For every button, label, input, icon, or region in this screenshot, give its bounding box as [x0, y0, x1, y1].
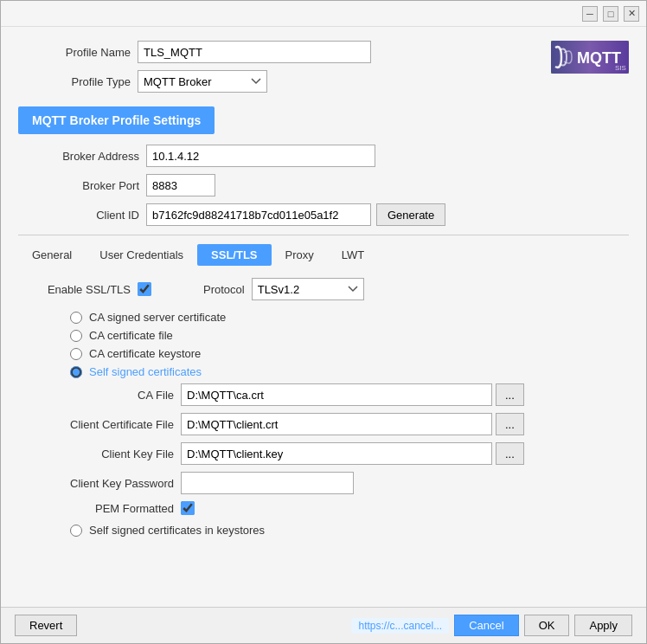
radio-ca-cert-keystore-label: CA certificate keystore	[89, 347, 201, 360]
tab-lwt[interactable]: LWT	[328, 244, 378, 266]
broker-port-input[interactable]	[146, 174, 215, 196]
pem-checkbox[interactable]	[181, 501, 195, 515]
broker-port-row: Broker Port	[27, 174, 629, 196]
client-key-pass-row: Client Key Password	[18, 472, 629, 494]
title-bar: ─ □ ✕	[1, 1, 646, 27]
tab-general[interactable]: General	[18, 244, 86, 266]
ok-button[interactable]: OK	[524, 615, 570, 636]
client-id-label: Client ID	[27, 209, 139, 222]
main-window: ─ □ ✕ Profile Name Profile Type MQTT Bro…	[0, 0, 647, 644]
minimize-button[interactable]: ─	[582, 6, 598, 22]
radio-ca-cert-file-input[interactable]	[70, 330, 82, 342]
client-key-row: Client Key File ...	[18, 442, 629, 465]
ssl-radio-group: CA signed server certificate CA certific…	[70, 311, 629, 378]
profile-type-row: Profile Type MQTT Broker MQTT Client	[18, 70, 371, 93]
footer: Revert https://c...cancel... Cancel OK A…	[1, 607, 646, 643]
client-key-pass-label: Client Key Password	[18, 477, 174, 490]
ca-file-input[interactable]	[181, 383, 492, 406]
svg-text:SIS: SIS	[615, 64, 626, 72]
client-cert-input[interactable]	[181, 413, 492, 435]
keystore-row[interactable]: Self signed certificates in keystores	[70, 524, 629, 537]
profile-type-select[interactable]: MQTT Broker MQTT Client	[138, 70, 267, 93]
radio-ca-cert-file-label: CA certificate file	[89, 329, 173, 342]
apply-button[interactable]: Apply	[574, 615, 632, 636]
client-cert-browse-button[interactable]: ...	[496, 413, 524, 435]
tab-ssl-tls[interactable]: SSL/TLS	[197, 244, 271, 266]
radio-ca-cert-file[interactable]: CA certificate file	[70, 329, 629, 342]
broker-port-label: Broker Port	[27, 179, 139, 192]
radio-self-signed[interactable]: Self signed certificates	[70, 365, 629, 378]
ssl-enable-label: Enable SSL/TLS	[18, 283, 131, 296]
radio-ca-cert-keystore-input[interactable]	[70, 348, 82, 360]
radio-ca-signed-label: CA signed server certificate	[89, 311, 226, 324]
protocol-select[interactable]: TLSv1.0 TLSv1.1 TLSv1.2 TLSv1.3	[252, 278, 364, 300]
radio-ca-cert-keystore[interactable]: CA certificate keystore	[70, 347, 629, 360]
main-content: Profile Name Profile Type MQTT Broker MQ…	[1, 27, 646, 607]
ssl-panel: Enable SSL/TLS Protocol TLSv1.0 TLSv1.1 …	[18, 278, 629, 537]
radio-self-signed-label: Self signed certificates	[89, 365, 202, 378]
close-button[interactable]: ✕	[624, 6, 639, 22]
client-id-row: Client ID Generate	[27, 203, 629, 226]
profile-name-row: Profile Name	[18, 41, 371, 63]
profile-type-label: Profile Type	[18, 75, 131, 88]
mqtt-logo: MQTT SIS	[551, 41, 629, 76]
profile-name-label: Profile Name	[18, 46, 131, 59]
client-key-input[interactable]	[181, 442, 492, 465]
broker-address-row: Broker Address	[27, 145, 629, 167]
client-cert-label: Client Certificate File	[18, 418, 174, 431]
divider	[18, 235, 629, 235]
restore-button[interactable]: □	[603, 6, 618, 22]
client-key-label: Client Key File	[18, 448, 174, 460]
ca-file-label: CA File	[18, 389, 174, 402]
client-id-input[interactable]	[146, 203, 371, 226]
radio-self-signed-input[interactable]	[70, 366, 82, 378]
broker-address-label: Broker Address	[27, 150, 139, 163]
pem-row: PEM Formatted	[18, 501, 629, 515]
radio-keystore-label: Self signed certificates in keystores	[89, 524, 265, 537]
ssl-enable-row: Enable SSL/TLS Protocol TLSv1.0 TLSv1.1 …	[18, 278, 629, 300]
generate-button[interactable]: Generate	[376, 203, 445, 226]
ssl-enable-checkbox-wrap	[138, 282, 151, 296]
cancel-button[interactable]: Cancel	[454, 615, 518, 636]
status-text: https://c...cancel...	[351, 618, 449, 634]
ca-file-browse-button[interactable]: ...	[496, 383, 524, 406]
client-cert-row: Client Certificate File ...	[18, 413, 629, 435]
radio-ca-signed[interactable]: CA signed server certificate	[70, 311, 629, 324]
radio-ca-signed-input[interactable]	[70, 312, 82, 324]
ssl-enable-checkbox[interactable]	[138, 282, 151, 296]
pem-label: PEM Formatted	[18, 502, 174, 515]
ca-file-row: CA File ...	[18, 383, 629, 406]
protocol-label: Protocol	[203, 283, 245, 296]
profile-name-input[interactable]	[138, 41, 371, 63]
tab-proxy[interactable]: Proxy	[272, 244, 328, 266]
revert-button[interactable]: Revert	[15, 615, 77, 636]
client-key-pass-input[interactable]	[181, 472, 354, 494]
footer-left: Revert	[15, 615, 77, 636]
broker-settings: Broker Address Broker Port Client ID Gen…	[27, 145, 629, 226]
footer-right: https://c...cancel... Cancel OK Apply	[351, 615, 632, 636]
tabs-container: General User Credentials SSL/TLS Proxy L…	[18, 244, 629, 266]
radio-keystore-input[interactable]	[70, 525, 82, 537]
section-header: MQTT Broker Profile Settings	[18, 100, 629, 145]
tab-user-credentials[interactable]: User Credentials	[86, 244, 197, 266]
client-key-browse-button[interactable]: ...	[496, 442, 524, 465]
broker-address-input[interactable]	[146, 145, 375, 167]
